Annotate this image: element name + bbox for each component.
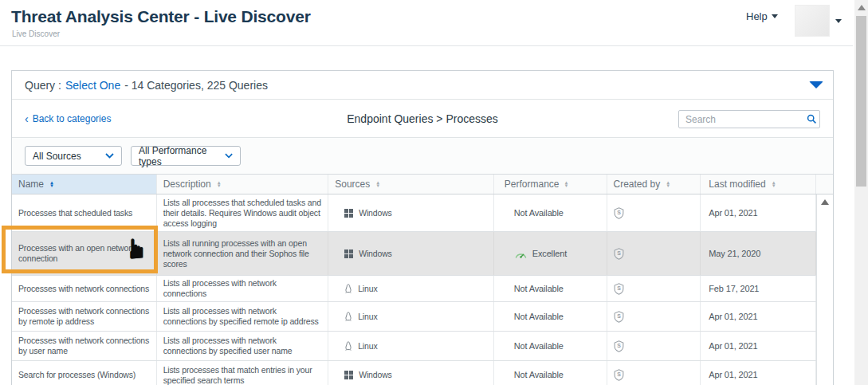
- cell-performance: Not Available: [494, 361, 607, 385]
- sources-filter-dropdown[interactable]: All Sources: [25, 146, 122, 166]
- column-header-created-by[interactable]: Created by ▲▼: [607, 175, 701, 194]
- page-title: Threat Analysis Center - Live Discover: [11, 7, 311, 26]
- query-selector-bar: Query : Select One - 14 Categories, 225 …: [12, 71, 833, 100]
- query-label: Query :: [25, 79, 61, 92]
- cell-created-by: S: [607, 194, 701, 231]
- cell-name: Processes with network connections: [12, 276, 157, 301]
- cell-sources: Windows: [328, 232, 494, 275]
- linux-icon: [344, 341, 352, 351]
- collapse-panel-arrow[interactable]: [809, 81, 823, 88]
- scroll-up-arrow-icon[interactable]: [821, 199, 829, 205]
- cell-performance: Not Available: [494, 332, 607, 360]
- cell-last-modified: May 21, 2020: [701, 232, 816, 275]
- column-header-performance[interactable]: Performance ▲▼: [494, 175, 607, 194]
- page-subtitle: Live Discover: [12, 29, 60, 38]
- cell-created-by: S: [607, 332, 701, 360]
- sophos-shield-icon: S: [614, 283, 624, 295]
- table-scrollbar[interactable]: [816, 194, 833, 385]
- chevron-down-icon: [772, 14, 778, 18]
- search-input[interactable]: [679, 114, 803, 125]
- cell-name: Processes that scheduled tasks: [12, 194, 157, 231]
- cell-created-by: S: [607, 276, 701, 301]
- cell-last-modified: Apr 01, 2021: [701, 332, 816, 360]
- sophos-shield-icon: S: [614, 311, 624, 323]
- cell-performance: Not Available: [494, 194, 607, 231]
- svg-text:S: S: [617, 343, 621, 348]
- cell-sources: Linux: [328, 276, 494, 301]
- svg-text:S: S: [617, 250, 621, 256]
- cell-description: Lists all processes with network connect…: [157, 332, 329, 360]
- header-gutter: [816, 175, 833, 194]
- queries-table: Name ▲▼ Description ▲▼ Sources ▲▼ Perfor…: [12, 175, 833, 385]
- performance-filter-dropdown[interactable]: All Performance types: [131, 146, 241, 166]
- table-row[interactable]: Processes with network connections by us…: [12, 332, 833, 361]
- cell-created-by: S: [607, 302, 701, 331]
- windows-icon: [344, 209, 353, 218]
- select-one-link[interactable]: Select One: [65, 79, 120, 92]
- cell-performance: Not Available: [494, 302, 607, 331]
- cell-performance: Not Available: [494, 276, 607, 301]
- sort-arrows-icon: ▲▼: [564, 181, 568, 188]
- cell-description: Lists all processes with network connect…: [157, 276, 329, 301]
- cell-sources: Windows: [328, 194, 494, 231]
- sort-arrows-icon: ▲▼: [666, 181, 670, 188]
- linux-icon: [344, 312, 352, 321]
- table-row-selected[interactable]: Processes with an open network connectio…: [12, 232, 833, 276]
- back-label: Back to categories: [33, 113, 112, 124]
- table-row[interactable]: Processes that scheduled tasks Lists all…: [12, 194, 833, 232]
- cell-last-modified: Apr 01, 2021: [701, 302, 816, 331]
- query-summary: - 14 Categories, 225 Queries: [124, 79, 268, 92]
- table-toolbar: ‹ Back to categories Endpoint Queries > …: [12, 100, 833, 138]
- threat-analysis-page: Threat Analysis Center - Live Discover L…: [0, 0, 868, 385]
- column-header-name[interactable]: Name ▲▼: [12, 175, 157, 194]
- cell-performance: Excellent: [494, 232, 607, 275]
- cell-sources: Linux: [328, 302, 494, 331]
- cell-sources: Windows: [328, 361, 494, 385]
- cell-name: Search for processes (Windows): [12, 361, 157, 385]
- user-avatar[interactable]: [795, 5, 830, 37]
- windows-icon: [344, 249, 353, 258]
- page-scrollbar[interactable]: [854, 0, 868, 385]
- scrollbar-thumb[interactable]: [856, 16, 866, 187]
- cell-last-modified: Apr 01, 2021: [701, 361, 816, 385]
- table-row[interactable]: Processes with network connections by re…: [12, 302, 833, 332]
- cell-description: Lists all running processes with an open…: [157, 232, 329, 275]
- scroll-up-arrow-icon[interactable]: [858, 5, 866, 10]
- cell-sources: Linux: [328, 332, 494, 360]
- help-menu-button[interactable]: Help: [746, 10, 778, 22]
- chevron-down-icon: [105, 153, 114, 159]
- column-header-sources[interactable]: Sources ▲▼: [328, 175, 494, 194]
- svg-text:S: S: [617, 210, 621, 215]
- sophos-shield-icon: S: [614, 369, 624, 381]
- sort-arrows-icon: ▲▼: [49, 181, 54, 188]
- table-row[interactable]: Processes with network connections Lists…: [12, 276, 833, 302]
- sort-arrows-icon: ▲▼: [375, 181, 380, 188]
- cell-description: Lists processes that match entries in yo…: [157, 361, 329, 385]
- cell-description: Lists all processes with network connect…: [157, 302, 329, 331]
- sophos-shield-icon: S: [614, 340, 624, 352]
- search-box: [678, 110, 820, 128]
- cell-last-modified: Apr 01, 2021: [701, 194, 816, 231]
- search-icon[interactable]: [803, 114, 819, 124]
- sophos-shield-icon: S: [614, 248, 624, 260]
- query-browser-panel: Query : Select One - 14 Categories, 225 …: [11, 70, 834, 385]
- excellent-gauge-icon: [514, 249, 528, 259]
- top-header: Threat Analysis Center - Live Discover L…: [0, 0, 853, 46]
- cell-name: Processes with network connections by us…: [12, 332, 157, 360]
- sources-filter-value: All Sources: [33, 151, 81, 162]
- user-menu-chevron-icon[interactable]: [835, 19, 842, 23]
- cell-last-modified: Feb 17, 2021: [701, 276, 816, 301]
- help-label: Help: [746, 10, 768, 22]
- column-header-last-modified[interactable]: Last modified ▲▼: [701, 175, 816, 194]
- svg-text:S: S: [617, 313, 621, 319]
- back-chevron-icon: ‹: [25, 114, 29, 124]
- performance-filter-value: All Performance types: [139, 145, 225, 167]
- column-header-description[interactable]: Description ▲▼: [157, 175, 329, 194]
- svg-text:S: S: [617, 371, 621, 377]
- back-to-categories-link[interactable]: ‹ Back to categories: [25, 113, 111, 124]
- cell-description: Lists all processes that scheduled tasks…: [157, 194, 329, 231]
- filter-bar: All Sources All Performance types: [12, 138, 833, 175]
- table-row[interactable]: Search for processes (Windows) Lists pro…: [12, 361, 833, 385]
- sophos-shield-icon: S: [614, 207, 624, 219]
- cell-created-by: S: [607, 361, 701, 385]
